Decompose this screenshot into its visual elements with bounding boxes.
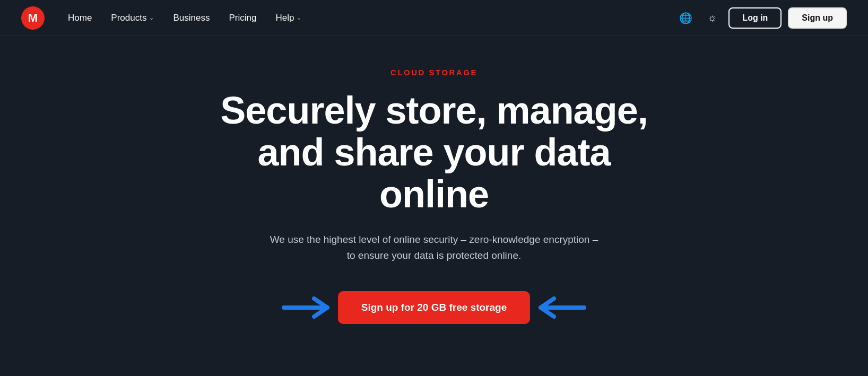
cta-row: Sign up for 20 GB free storage bbox=[280, 291, 589, 324]
login-button[interactable]: Log in bbox=[728, 7, 782, 29]
navbar: M Home Products ⌄ Business Pricing Help … bbox=[0, 0, 868, 36]
nav-home[interactable]: Home bbox=[60, 8, 99, 28]
logo[interactable]: M bbox=[21, 6, 45, 30]
nav-products[interactable]: Products ⌄ bbox=[103, 8, 161, 28]
globe-icon: 🌐 bbox=[679, 12, 692, 24]
hero-subtitle: We use the highest level of online secur… bbox=[270, 232, 598, 264]
nav-help[interactable]: Help ⌄ bbox=[268, 8, 309, 28]
hero-section: CLOUD STORAGE Securely store, manage, an… bbox=[0, 36, 868, 366]
signup-cta-button[interactable]: Sign up for 20 GB free storage bbox=[338, 291, 531, 324]
signup-nav-button[interactable]: Sign up bbox=[788, 7, 847, 29]
theme-toggle-button[interactable]: ☼ bbox=[702, 8, 722, 28]
sun-icon: ☼ bbox=[707, 12, 717, 24]
hero-title: Securely store, manage, and share your d… bbox=[216, 90, 652, 216]
arrow-right-icon bbox=[530, 295, 588, 320]
logo-letter: M bbox=[28, 11, 38, 25]
nav-business[interactable]: Business bbox=[166, 8, 217, 28]
products-chevron-icon: ⌄ bbox=[149, 14, 154, 21]
language-button[interactable]: 🌐 bbox=[675, 8, 696, 28]
nav-actions: 🌐 ☼ Log in Sign up bbox=[675, 7, 847, 29]
nav-pricing[interactable]: Pricing bbox=[221, 8, 264, 28]
arrow-left-icon bbox=[280, 295, 338, 320]
hero-label: CLOUD STORAGE bbox=[390, 68, 478, 77]
nav-links: Home Products ⌄ Business Pricing Help ⌄ bbox=[60, 8, 675, 28]
help-chevron-icon: ⌄ bbox=[297, 14, 301, 21]
